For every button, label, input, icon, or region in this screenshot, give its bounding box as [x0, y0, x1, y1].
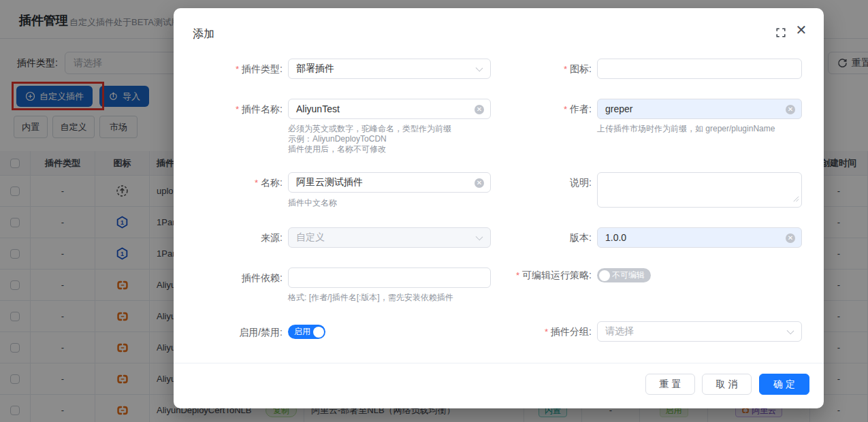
author-input[interactable]: greper ✕	[597, 99, 802, 119]
enable-toggle[interactable]: 启用	[288, 325, 325, 339]
field-label-deps: 插件依赖:	[174, 267, 283, 288]
field-label-plugin-name: *插件名称:	[174, 99, 283, 119]
modal-cancel-button[interactable]: 取 消	[702, 374, 752, 395]
help-text: 插件使用后，名称不可修改	[288, 144, 386, 155]
footer-divider	[174, 363, 824, 363]
help-text: 格式: [作者/]插件名[:版本]，需先安装依赖插件	[288, 293, 453, 303]
field-label-icon: *图标:	[412, 59, 592, 79]
policy-toggle[interactable]: 不可编辑	[597, 268, 651, 282]
toggle-knob	[313, 327, 324, 338]
modal-reset-button[interactable]: 重 置	[645, 374, 695, 395]
icon-input[interactable]	[597, 59, 802, 79]
field-label-desc: 说明:	[412, 172, 592, 193]
field-label-name: *名称:	[174, 172, 283, 193]
field-label-enabled: 启用/禁用:	[174, 322, 283, 342]
field-label-policy: *可编辑运行策略:	[412, 265, 592, 285]
field-label-group: *插件分组:	[412, 321, 592, 342]
desc-textarea[interactable]	[597, 172, 802, 208]
help-text: 示例：AliyunDeployToCDN	[288, 134, 387, 144]
fullscreen-icon[interactable]	[774, 26, 788, 39]
clear-icon[interactable]: ✕	[786, 233, 795, 243]
help-text: 必须为英文或数字，驼峰命名，类型作为前缀	[288, 124, 451, 134]
toggle-knob	[599, 270, 610, 281]
screen: 插件管理 自定义插件处于BETA测试版， 插件类型: 请选择 重置 自定义插件 …	[0, 0, 868, 422]
field-label-plugin-type: *插件类型:	[174, 59, 283, 79]
help-text: 上传插件市场时作为前缀，如 greper/pluginName	[597, 124, 775, 134]
help-text: 插件中文名称	[288, 198, 337, 208]
modal-title: 添加	[193, 27, 214, 42]
field-label-source: 来源:	[174, 227, 283, 248]
version-input[interactable]: 1.0.0 ✕	[597, 227, 802, 248]
field-label-version: 版本:	[412, 227, 592, 248]
resize-handle-icon[interactable]	[792, 193, 799, 205]
modal-confirm-button[interactable]: 确 定	[759, 374, 809, 395]
field-label-author: *作者:	[412, 99, 592, 119]
chevron-down-icon	[787, 327, 794, 335]
clear-icon[interactable]: ✕	[786, 105, 795, 114]
add-plugin-modal: 添加 ✕ *插件类型: 部署插件 *图标: *插件名称: AliyunTest …	[174, 8, 824, 408]
close-icon[interactable]: ✕	[794, 23, 808, 37]
plugin-group-select[interactable]: 请选择	[597, 321, 802, 342]
